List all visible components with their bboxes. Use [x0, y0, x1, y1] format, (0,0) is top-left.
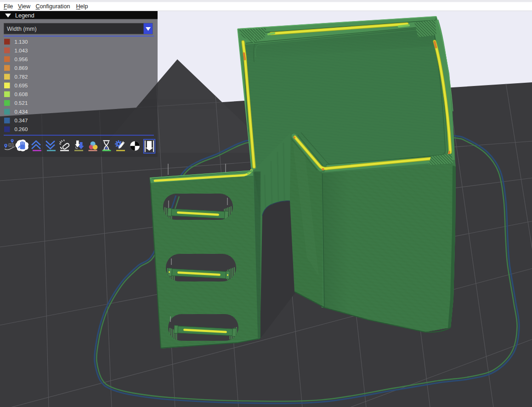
svg-text:0.956: 0.956 [15, 57, 28, 62]
svg-text:0.695: 0.695 [15, 83, 28, 88]
svg-text:0.347: 0.347 [15, 118, 28, 123]
svg-text:File: File [4, 3, 13, 10]
svg-text:View: View [18, 3, 31, 10]
svg-text:0.869: 0.869 [15, 65, 28, 71]
svg-text:0.260: 0.260 [15, 126, 28, 132]
svg-text:0.608: 0.608 [15, 92, 28, 97]
svg-text:1.130: 1.130 [15, 39, 28, 45]
svg-text:Configuration: Configuration [36, 3, 70, 10]
svg-text:Width (mm): Width (mm) [7, 26, 37, 32]
svg-text:0.434: 0.434 [15, 109, 28, 115]
svg-text:0.782: 0.782 [15, 74, 28, 80]
svg-text:1.043: 1.043 [15, 48, 28, 53]
svg-text:0.521: 0.521 [15, 100, 28, 106]
svg-text:Legend: Legend [15, 12, 34, 19]
svg-text:Help: Help [76, 3, 88, 10]
